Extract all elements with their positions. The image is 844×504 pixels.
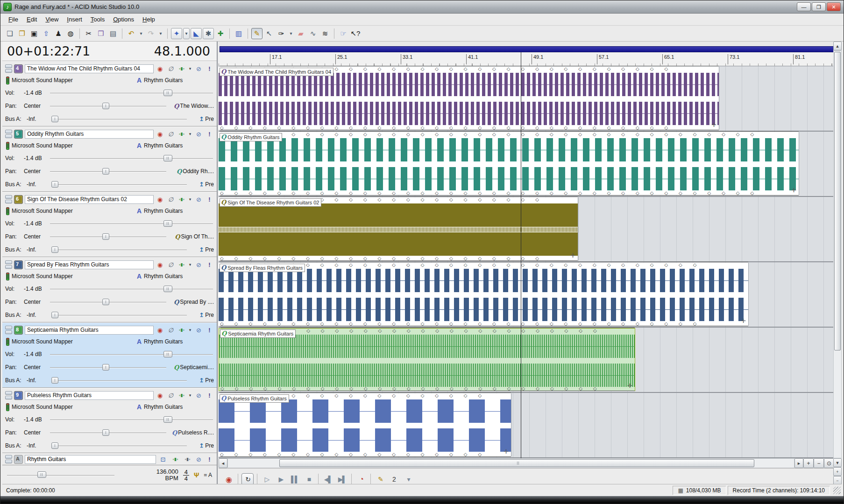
volume-fader[interactable] — [49, 89, 214, 97]
track-fx-dropdown[interactable]: ▾ — [188, 197, 192, 202]
scroll-up-button[interactable]: ▲ — [833, 42, 842, 50]
track-header[interactable]: 7 Spread By Fleas Rhythm Guitars ◉ ∅ ∘▮∘… — [2, 257, 217, 322]
paint-tool-dropdown[interactable]: ▾ — [288, 28, 294, 39]
bus-assignment-label[interactable]: Rhythm Guitars — [144, 142, 214, 149]
track-name-input[interactable]: Oddity Rhythm Guitars — [25, 130, 154, 139]
track-fx-button[interactable]: ∘▮∘ — [177, 393, 186, 398]
vscroll-thumb[interactable] — [834, 52, 841, 350]
envelope-edit-button[interactable]: ∿ — [307, 28, 319, 39]
record-arm-button[interactable]: ◉ — [156, 131, 164, 138]
mute-button[interactable]: ⊘ — [194, 65, 203, 72]
record-arm-button[interactable]: ◉ — [156, 327, 164, 334]
track-collapse-buttons[interactable] — [5, 64, 12, 73]
volume-handle[interactable] — [163, 155, 172, 161]
bus-send-handle[interactable] — [51, 181, 58, 188]
track-number-badge[interactable]: 8 — [14, 326, 23, 335]
solo-button[interactable]: ! — [205, 327, 214, 334]
minimize-button[interactable]: — — [797, 2, 811, 11]
pan-slider[interactable] — [49, 233, 167, 240]
pan-slider[interactable] — [49, 364, 167, 371]
bus-send-handle[interactable] — [51, 312, 58, 318]
active-clip-name[interactable]: Pulseless R.... — [178, 429, 214, 436]
new-button[interactable]: ❏ — [4, 28, 15, 39]
pan-slider[interactable] — [49, 168, 167, 175]
bus-send-slider[interactable] — [52, 181, 188, 188]
zoom-tool-button[interactable]: ⊙ — [824, 458, 834, 468]
pan-handle[interactable] — [102, 168, 109, 175]
clip-move-handle-icon[interactable]: ✛ — [711, 121, 716, 128]
volume-fader[interactable] — [49, 416, 214, 423]
audio-event-clip[interactable]: ◇◇◇◇◇◇◇◇◇◇◇◇◇◇◇◇◇◇◇◇◇◇◇◇◇◇◇◇◇◇◇◇◇◇◇◇◇◇ Q… — [219, 132, 799, 195]
track-header[interactable]: 4 The Widow And The Child Rhythm Guitars… — [2, 61, 217, 126]
bus-send-value[interactable]: -Inf. — [27, 116, 50, 122]
audio-event-clip[interactable]: ◇◇◇◇◇◇◇◇◇◇◇◇◇◇◇◇◇◇◇◇◇◇◇ Q Sign Of The Di… — [219, 197, 578, 260]
redo-dropdown[interactable]: ▾ — [157, 28, 164, 39]
bus-send-handle[interactable] — [51, 442, 58, 449]
volume-value[interactable]: -1.4 dB — [24, 351, 47, 357]
mute-button[interactable]: ⊘ — [194, 327, 203, 334]
volume-handle[interactable] — [163, 286, 172, 292]
pan-slider[interactable] — [49, 298, 167, 306]
track-collapse-buttons[interactable] — [5, 260, 12, 269]
clip-move-handle-icon[interactable]: ✛ — [791, 187, 796, 194]
record-arm-button[interactable]: ◉ — [156, 196, 164, 203]
track-name-input[interactable]: Sign Of The Disease Rhythm Guitars 02 — [25, 195, 154, 204]
phase-invert-button[interactable]: ∅ — [166, 261, 175, 268]
clip-move-handle-icon[interactable]: ✛ — [627, 382, 632, 389]
track-name-input[interactable]: Septicaemia Rhythm Guitars — [25, 326, 154, 335]
undo-dropdown[interactable]: ▾ — [138, 28, 144, 39]
audio-event-clip[interactable]: ◇◇◇◇◇◇◇◇◇◇◇◇◇◇◇◇◇◇◇◇◇◇◇◇◇◇◇◇◇◇◇◇◇◇ Q Spr… — [219, 263, 749, 326]
bus-name-input[interactable]: Rhythm Guitars — [25, 455, 156, 464]
track-fx-button[interactable]: ∘▮∘ — [177, 66, 186, 71]
volume-value[interactable]: -1.4 dB — [24, 416, 47, 423]
hscroll-track[interactable] — [227, 458, 794, 468]
close-button[interactable]: ✕ — [827, 2, 841, 11]
track-fx-button[interactable]: ∘▮∘ — [177, 197, 186, 202]
zoom-out-time-button[interactable]: − — [814, 458, 824, 468]
menu-item[interactable]: Insert — [63, 14, 86, 24]
track-lane[interactable]: ◇◇◇◇◇◇◇◇◇◇◇◇◇◇◇◇◇◇◇◇◇◇◇◇◇◇◇◇◇◇◇◇◇◇ Q Spr… — [219, 262, 834, 328]
pan-value[interactable]: Center — [24, 364, 47, 371]
input-device-label[interactable]: Microsoft Sound Mapper — [12, 142, 135, 149]
volume-value[interactable]: -1.4 dB — [24, 286, 47, 292]
redo-button[interactable]: ↷ — [145, 28, 156, 39]
lock-envelopes-button[interactable]: ✚ — [215, 28, 226, 39]
track-collapse-buttons[interactable] — [5, 195, 12, 203]
track-lane[interactable]: ◇◇◇◇◇◇◇◇◇◇◇◇◇◇◇◇◇◇◇◇◇◇◇◇◇◇◇ Q Septicaemi… — [219, 328, 834, 393]
volume-fader[interactable] — [49, 285, 214, 293]
mute-button[interactable]: ⊘ — [194, 261, 203, 268]
volume-handle[interactable] — [163, 220, 172, 227]
title-bar[interactable]: ♪ Rage and Fury.acd * - ACID Music Studi… — [0, 0, 844, 14]
track-collapse-buttons[interactable] — [5, 130, 12, 138]
timeline-ruler[interactable]: 17.125.133.141.149.157.165.173.181.1 — [219, 52, 834, 66]
whats-this-button[interactable]: ☞ — [338, 28, 349, 39]
phase-invert-button[interactable]: ∅ — [166, 65, 175, 72]
audio-event-clip[interactable]: ◇◇◇◇◇◇◇◇◇◇◇◇◇◇◇◇◇◇◇◇◇◇◇◇◇◇◇ Q Septicaemi… — [219, 328, 635, 391]
active-clip-name[interactable]: Septicaemi.... — [180, 364, 214, 371]
track-lane[interactable]: ◇◇◇◇◇◇◇◇◇◇◇◇◇◇◇◇◇◇◇◇◇◇◇◇◇◇◇◇◇◇◇◇ Q The W… — [219, 66, 834, 132]
context-help-button[interactable]: ↖? — [350, 28, 361, 39]
menu-item[interactable]: Edit — [22, 14, 41, 24]
marker-area[interactable] — [219, 42, 834, 47]
track-header[interactable]: 5 Oddity Rhythm Guitars ◉ ∅ ∘▮∘ ▾ ⊘ ! Mi… — [2, 126, 217, 192]
active-clip-name[interactable]: Sign Of Th.... — [181, 233, 214, 240]
master-volume-handle[interactable] — [37, 471, 46, 478]
track-fx-dropdown[interactable]: ▾ — [188, 393, 192, 398]
track-number-badge[interactable]: 5 — [14, 130, 23, 139]
master-volume-slider[interactable] — [7, 471, 114, 479]
smart-tool-button[interactable]: ✦ — [171, 28, 182, 39]
bus-assignment-label[interactable]: Rhythm Guitars — [144, 208, 214, 214]
pan-handle[interactable] — [102, 103, 109, 109]
bus-letter-badge[interactable]: A — [14, 455, 23, 464]
track-header[interactable]: 8 Septicaemia Rhythm Guitars ◉ ∅ ∘▮∘ ▾ ⊘… — [2, 322, 217, 388]
bus-fx-icon[interactable]: ∘▮∘ — [182, 457, 192, 462]
track-number-badge[interactable]: 7 — [14, 260, 23, 269]
vertical-scrollbar[interactable]: ▲ ▼ + − — [833, 42, 842, 485]
solo-button[interactable]: ! — [205, 131, 214, 138]
pre-fader-icon[interactable]: ↥ — [199, 312, 204, 318]
track-lane[interactable]: ◇◇◇◇◇◇◇◇◇◇◇◇◇◇◇◇◇◇◇ Q Pulseless Rhythm G… — [219, 393, 834, 458]
bus-collapse-buttons[interactable] — [5, 455, 12, 463]
time-position-display[interactable]: 00+01:22:71 — [7, 44, 90, 58]
bus-send-value[interactable]: -Inf. — [27, 181, 50, 188]
hscroll-thumb[interactable] — [279, 459, 754, 467]
